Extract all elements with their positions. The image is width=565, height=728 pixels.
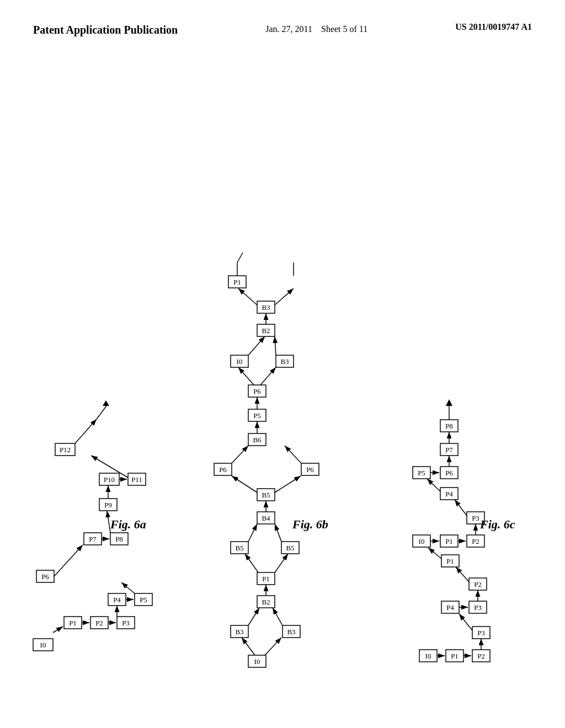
- svg-text:I0: I0: [237, 357, 243, 366]
- svg-text:P3: P3: [477, 629, 485, 637]
- fig6c-node-P8: P8: [440, 420, 458, 432]
- svg-text:P6: P6: [253, 387, 261, 395]
- svg-text:B3: B3: [287, 628, 295, 636]
- fig6a-node-P10: P10: [99, 473, 119, 485]
- fig6a-node-P1: P1: [64, 617, 82, 629]
- fig6b-node-P1-top: P1: [228, 276, 246, 288]
- svg-text:P2: P2: [472, 537, 479, 545]
- svg-line-19: [121, 582, 135, 593]
- svg-text:B5: B5: [235, 544, 243, 552]
- svg-line-45: [242, 638, 255, 655]
- svg-line-145: [427, 479, 440, 491]
- svg-line-87: [238, 367, 254, 385]
- fig6a-node-P11: P11: [128, 473, 146, 485]
- fig6a-label: Fig. 6a: [110, 517, 146, 531]
- svg-text:B2: B2: [262, 598, 270, 606]
- fig6a-node-I0: I0: [33, 639, 53, 651]
- fig6b-node-B3-bottom-left: B3: [231, 625, 248, 638]
- fig6b-node-B5-left: B5: [231, 542, 248, 554]
- fig6b-node-P5: P5: [248, 409, 266, 421]
- svg-text:P2: P2: [95, 619, 103, 627]
- patent-diagram-svg: I0 P1 P2 P3 P4 P5 P6 P7: [0, 49, 565, 710]
- fig6a-node-P9: P9: [99, 499, 117, 511]
- svg-text:P1: P1: [445, 537, 453, 545]
- svg-text:I0: I0: [254, 657, 260, 666]
- fig6a-node-P12: P12: [55, 443, 75, 456]
- svg-text:B6: B6: [253, 436, 262, 444]
- fig6a-node-P4: P4: [108, 593, 126, 606]
- svg-text:P8: P8: [445, 422, 453, 430]
- svg-text:P5: P5: [253, 411, 261, 420]
- svg-line-101: [275, 288, 294, 305]
- fig6c-node-P3-b1: P3: [472, 627, 490, 639]
- svg-line-64: [248, 524, 257, 542]
- svg-line-72: [275, 476, 301, 493]
- svg-line-127: [456, 567, 469, 582]
- svg-line-52: [273, 608, 282, 625]
- svg-text:B4: B4: [262, 514, 270, 522]
- fig6c-node-P4-b2: P4: [440, 488, 458, 500]
- svg-line-58: [245, 554, 258, 572]
- fig6a-node-P8: P8: [110, 533, 128, 545]
- fig6c-node-P1-b2: P1: [441, 555, 459, 567]
- svg-text:B2: B2: [262, 326, 270, 335]
- svg-text:B3: B3: [235, 628, 243, 636]
- fig6c-node-P1-b1: P1: [446, 650, 463, 662]
- svg-text:P1: P1: [451, 652, 459, 660]
- svg-line-65: [275, 524, 281, 542]
- svg-text:P10: P10: [104, 475, 115, 484]
- svg-line-51: [248, 608, 259, 625]
- publication-date: Jan. 27, 2011 Sheet 5 of 11: [265, 22, 367, 36]
- svg-text:I0: I0: [40, 641, 46, 649]
- fig6c-node-I0-bottom: I0: [419, 650, 437, 662]
- fig6a-node-P3: P3: [117, 617, 135, 629]
- fig6c-node-P7: P7: [440, 443, 458, 456]
- fig6c-node-P2-b3: P2: [467, 535, 484, 547]
- svg-text:P5: P5: [418, 469, 425, 477]
- svg-text:P4: P4: [446, 603, 454, 612]
- svg-line-142: [455, 500, 467, 516]
- page-header: Patent Application Publication Jan. 27, …: [0, 0, 565, 49]
- fig6b-node-P6-right: P6: [301, 463, 319, 475]
- fig6c-node-P5: P5: [413, 467, 430, 479]
- svg-text:P6: P6: [41, 572, 49, 581]
- fig6a-node-P7: P7: [84, 533, 102, 545]
- svg-text:P1: P1: [233, 278, 241, 286]
- publication-number: US 2011/0019747 A1: [455, 22, 532, 32]
- fig6b-node-B2-top: B2: [257, 324, 275, 336]
- publication-title: Patent Application Publication: [33, 22, 178, 38]
- fig6b-node-P6-top: P6: [248, 385, 266, 397]
- svg-line-59: [275, 554, 288, 572]
- svg-text:P1: P1: [262, 575, 270, 583]
- svg-line-22: [54, 545, 83, 576]
- svg-text:P1: P1: [446, 557, 454, 565]
- svg-text:P7: P7: [445, 446, 453, 454]
- svg-text:P3: P3: [122, 619, 130, 627]
- svg-text:P8: P8: [115, 535, 123, 543]
- svg-line-71: [232, 476, 257, 493]
- svg-text:P6: P6: [306, 465, 314, 474]
- fig6b-node-I0-top: I0: [231, 355, 248, 367]
- fig6c-node-I0-mid: I0: [413, 535, 430, 547]
- svg-text:P3: P3: [474, 603, 482, 612]
- svg-text:B5: B5: [262, 491, 270, 499]
- svg-line-77: [232, 446, 248, 463]
- svg-text:P12: P12: [60, 446, 71, 454]
- svg-marker-42: [103, 400, 109, 406]
- svg-line-4: [53, 627, 63, 633]
- svg-text:P1: P1: [69, 619, 77, 627]
- fig6c-node-P4: P4: [441, 601, 459, 613]
- fig6b-node-I0-bottom: I0: [248, 655, 266, 667]
- svg-text:P2: P2: [474, 580, 482, 588]
- svg-text:P11: P11: [131, 475, 142, 484]
- svg-text:P4: P4: [445, 490, 453, 498]
- fig6b-node-B5-mid: B5: [257, 489, 275, 501]
- svg-text:P6: P6: [445, 469, 453, 477]
- svg-text:B5: B5: [286, 544, 294, 552]
- fig6b-node-B3-bottom-right: B3: [282, 625, 300, 638]
- fig6c-node-P6: P6: [440, 467, 458, 479]
- fig6a-node-P2: P2: [90, 617, 108, 629]
- svg-marker-158: [446, 399, 452, 406]
- fig6b-node-B3-top: B3: [257, 301, 275, 313]
- svg-line-46: [265, 638, 281, 655]
